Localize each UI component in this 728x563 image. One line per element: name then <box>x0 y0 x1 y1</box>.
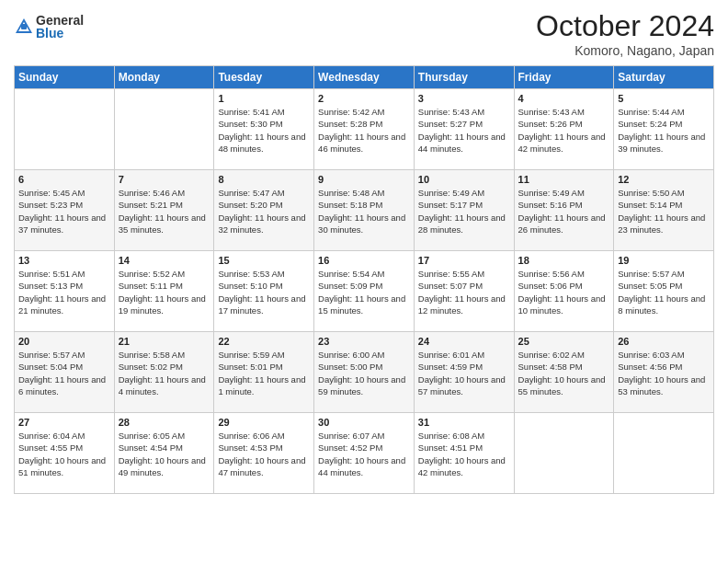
calendar-cell <box>114 89 214 170</box>
day-number: 16 <box>318 255 410 266</box>
title-block: October 2024 Komoro, Nagano, Japan <box>536 9 714 58</box>
day-info: Sunrise: 5:55 AM Sunset: 5:07 PM Dayligh… <box>418 268 510 316</box>
calendar-cell: 17Sunrise: 5:55 AM Sunset: 5:07 PM Dayli… <box>414 251 514 332</box>
calendar-cell: 5Sunrise: 5:44 AM Sunset: 5:24 PM Daylig… <box>614 89 714 170</box>
calendar-cell: 30Sunrise: 6:07 AM Sunset: 4:52 PM Dayli… <box>314 413 415 494</box>
calendar-cell: 11Sunrise: 5:49 AM Sunset: 5:16 PM Dayli… <box>514 170 614 251</box>
header-cell-saturday: Saturday <box>614 66 714 89</box>
header-cell-sunday: Sunday <box>15 66 115 89</box>
calendar-cell: 12Sunrise: 5:50 AM Sunset: 5:14 PM Dayli… <box>614 170 714 251</box>
calendar-cell: 2Sunrise: 5:42 AM Sunset: 5:28 PM Daylig… <box>314 89 415 170</box>
header-cell-wednesday: Wednesday <box>314 66 415 89</box>
header-cell-friday: Friday <box>514 66 614 89</box>
day-number: 19 <box>618 255 710 266</box>
day-number: 4 <box>518 93 610 104</box>
day-number: 18 <box>518 255 610 266</box>
day-number: 12 <box>618 174 710 185</box>
day-info: Sunrise: 5:52 AM Sunset: 5:11 PM Dayligh… <box>119 268 210 316</box>
calendar-cell: 29Sunrise: 6:06 AM Sunset: 4:53 PM Dayli… <box>214 413 314 494</box>
day-info: Sunrise: 5:51 AM Sunset: 5:13 PM Dayligh… <box>18 268 110 316</box>
day-info: Sunrise: 5:59 AM Sunset: 5:01 PM Dayligh… <box>218 349 310 397</box>
calendar-cell: 23Sunrise: 6:00 AM Sunset: 5:00 PM Dayli… <box>314 332 415 413</box>
calendar-cell: 8Sunrise: 5:47 AM Sunset: 5:20 PM Daylig… <box>214 170 314 251</box>
location: Komoro, Nagano, Japan <box>536 43 714 58</box>
day-number: 25 <box>518 336 610 347</box>
day-number: 29 <box>218 417 310 428</box>
calendar-cell: 3Sunrise: 5:43 AM Sunset: 5:27 PM Daylig… <box>414 89 514 170</box>
day-number: 8 <box>218 174 310 185</box>
day-number: 6 <box>18 174 110 185</box>
calendar-cell: 31Sunrise: 6:08 AM Sunset: 4:51 PM Dayli… <box>414 413 514 494</box>
day-info: Sunrise: 6:05 AM Sunset: 4:54 PM Dayligh… <box>119 430 210 478</box>
day-number: 23 <box>318 336 410 347</box>
calendar-cell: 20Sunrise: 5:57 AM Sunset: 5:04 PM Dayli… <box>15 332 115 413</box>
calendar-cell: 22Sunrise: 5:59 AM Sunset: 5:01 PM Dayli… <box>214 332 314 413</box>
day-number: 22 <box>218 336 310 347</box>
day-number: 21 <box>119 336 210 347</box>
day-number: 24 <box>418 336 510 347</box>
logo-text: General Blue <box>36 14 84 40</box>
calendar-cell: 14Sunrise: 5:52 AM Sunset: 5:11 PM Dayli… <box>114 251 214 332</box>
day-number: 1 <box>218 93 310 104</box>
calendar-cell: 26Sunrise: 6:03 AM Sunset: 4:56 PM Dayli… <box>614 332 714 413</box>
day-number: 30 <box>318 417 410 428</box>
calendar-week-3: 13Sunrise: 5:51 AM Sunset: 5:13 PM Dayli… <box>15 251 714 332</box>
svg-rect-2 <box>21 24 27 29</box>
day-number: 11 <box>518 174 610 185</box>
header-cell-monday: Monday <box>114 66 214 89</box>
day-number: 14 <box>119 255 210 266</box>
calendar-table: SundayMondayTuesdayWednesdayThursdayFrid… <box>14 65 714 494</box>
day-info: Sunrise: 5:50 AM Sunset: 5:14 PM Dayligh… <box>618 187 710 236</box>
day-info: Sunrise: 6:00 AM Sunset: 5:00 PM Dayligh… <box>318 349 410 397</box>
calendar-cell: 24Sunrise: 6:01 AM Sunset: 4:59 PM Dayli… <box>414 332 514 413</box>
day-info: Sunrise: 6:07 AM Sunset: 4:52 PM Dayligh… <box>318 430 410 478</box>
day-info: Sunrise: 5:45 AM Sunset: 5:23 PM Dayligh… <box>18 187 110 236</box>
month-title: October 2024 <box>536 9 714 43</box>
calendar-cell: 9Sunrise: 5:48 AM Sunset: 5:18 PM Daylig… <box>314 170 415 251</box>
calendar-body: 1Sunrise: 5:41 AM Sunset: 5:30 PM Daylig… <box>15 89 714 494</box>
day-info: Sunrise: 6:06 AM Sunset: 4:53 PM Dayligh… <box>218 430 310 478</box>
header: General Blue October 2024 Komoro, Nagano… <box>14 9 714 58</box>
calendar-cell: 6Sunrise: 5:45 AM Sunset: 5:23 PM Daylig… <box>15 170 115 251</box>
logo-icon <box>14 17 34 37</box>
calendar-week-4: 20Sunrise: 5:57 AM Sunset: 5:04 PM Dayli… <box>15 332 714 413</box>
day-info: Sunrise: 6:01 AM Sunset: 4:59 PM Dayligh… <box>418 349 510 397</box>
day-number: 3 <box>418 93 510 104</box>
calendar-cell: 4Sunrise: 5:43 AM Sunset: 5:26 PM Daylig… <box>514 89 614 170</box>
calendar-cell <box>15 89 115 170</box>
header-cell-tuesday: Tuesday <box>214 66 314 89</box>
calendar-cell <box>614 413 714 494</box>
calendar-cell: 10Sunrise: 5:49 AM Sunset: 5:17 PM Dayli… <box>414 170 514 251</box>
calendar-week-1: 1Sunrise: 5:41 AM Sunset: 5:30 PM Daylig… <box>15 89 714 170</box>
day-number: 10 <box>418 174 510 185</box>
calendar-week-2: 6Sunrise: 5:45 AM Sunset: 5:23 PM Daylig… <box>15 170 714 251</box>
logo: General Blue <box>14 14 84 40</box>
calendar-cell: 16Sunrise: 5:54 AM Sunset: 5:09 PM Dayli… <box>314 251 415 332</box>
day-number: 5 <box>618 93 710 104</box>
day-number: 13 <box>18 255 110 266</box>
day-number: 9 <box>318 174 410 185</box>
day-info: Sunrise: 5:47 AM Sunset: 5:20 PM Dayligh… <box>218 187 310 236</box>
day-number: 2 <box>318 93 410 104</box>
calendar-cell: 27Sunrise: 6:04 AM Sunset: 4:55 PM Dayli… <box>15 413 115 494</box>
day-info: Sunrise: 5:43 AM Sunset: 5:27 PM Dayligh… <box>418 106 510 155</box>
calendar-cell: 1Sunrise: 5:41 AM Sunset: 5:30 PM Daylig… <box>214 89 314 170</box>
calendar-cell: 19Sunrise: 5:57 AM Sunset: 5:05 PM Dayli… <box>614 251 714 332</box>
day-info: Sunrise: 6:03 AM Sunset: 4:56 PM Dayligh… <box>618 349 710 397</box>
day-info: Sunrise: 5:48 AM Sunset: 5:18 PM Dayligh… <box>318 187 410 236</box>
calendar-cell: 25Sunrise: 6:02 AM Sunset: 4:58 PM Dayli… <box>514 332 614 413</box>
day-info: Sunrise: 5:57 AM Sunset: 5:05 PM Dayligh… <box>618 268 710 316</box>
calendar-cell: 21Sunrise: 5:58 AM Sunset: 5:02 PM Dayli… <box>114 332 214 413</box>
day-info: Sunrise: 5:57 AM Sunset: 5:04 PM Dayligh… <box>18 349 110 397</box>
day-number: 27 <box>18 417 110 428</box>
day-info: Sunrise: 5:42 AM Sunset: 5:28 PM Dayligh… <box>318 106 410 155</box>
day-number: 28 <box>119 417 210 428</box>
day-number: 17 <box>418 255 510 266</box>
calendar-cell <box>514 413 614 494</box>
calendar-cell: 13Sunrise: 5:51 AM Sunset: 5:13 PM Dayli… <box>15 251 115 332</box>
day-number: 26 <box>618 336 710 347</box>
logo-blue: Blue <box>36 27 84 40</box>
day-info: Sunrise: 5:46 AM Sunset: 5:21 PM Dayligh… <box>119 187 210 236</box>
calendar-header-row: SundayMondayTuesdayWednesdayThursdayFrid… <box>15 66 714 89</box>
day-info: Sunrise: 5:49 AM Sunset: 5:16 PM Dayligh… <box>518 187 610 236</box>
